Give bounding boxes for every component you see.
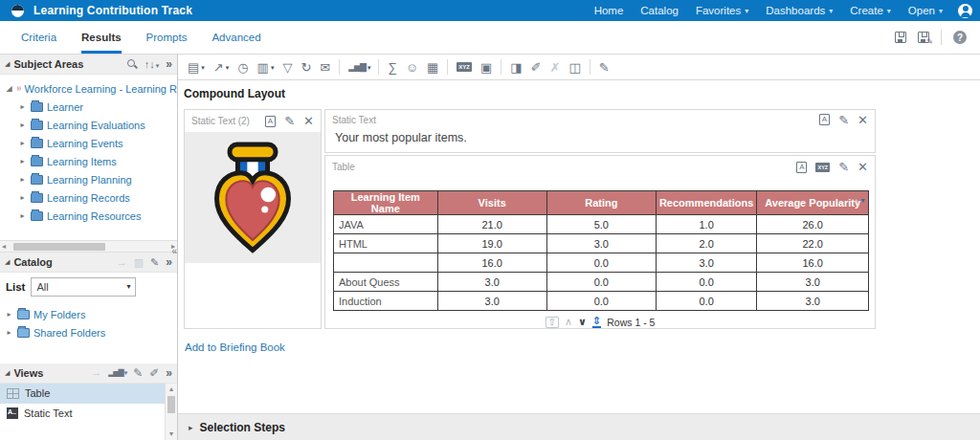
- vscroll-thumb[interactable]: [167, 396, 175, 413]
- sort-subject-area-icon[interactable]: ↑↓▾: [145, 59, 160, 70]
- edit-view-icon[interactable]: ✎: [838, 161, 849, 173]
- nav-item-favorites[interactable]: Favorites▾: [696, 5, 748, 16]
- tree-collapsed-icon[interactable]: ▸: [18, 102, 27, 111]
- scroll-left-icon[interactable]: ◂: [2, 242, 6, 251]
- print-icon[interactable]: ▤▾: [188, 61, 205, 74]
- tree-collapsed-icon[interactable]: ▸: [18, 121, 27, 129]
- subject-folder-learning-items[interactable]: ▸Learning Items: [5, 152, 177, 170]
- views-edit-icon[interactable]: ✎: [133, 367, 143, 379]
- column-header-recommendations[interactable]: Recommendations: [656, 191, 756, 215]
- sort-ascending-icon[interactable]: ▲: [853, 197, 859, 204]
- nav-item-open[interactable]: Open▾: [908, 5, 943, 16]
- catalog-collapse-icon[interactable]: ◢: [5, 258, 10, 266]
- tree-collapsed-icon[interactable]: ▸: [18, 193, 27, 202]
- view-item-static-text[interactable]: A..Static Text: [0, 404, 165, 424]
- view-properties-icon[interactable]: XYZ: [815, 163, 830, 172]
- subject-folder-learner[interactable]: ▸Learner: [5, 98, 177, 116]
- nav-item-catalog[interactable]: Catalog: [640, 5, 679, 16]
- email-icon[interactable]: ✉: [320, 61, 330, 74]
- catalog-list-select[interactable]: All ▾: [31, 277, 136, 297]
- catalog-title: Catalog: [13, 256, 52, 268]
- user-avatar-icon[interactable]: [958, 4, 972, 18]
- selection-steps-expand-icon[interactable]: ▸: [189, 423, 193, 432]
- save-as-icon[interactable]: ✎: [918, 32, 929, 43]
- tree-collapsed-icon[interactable]: ▸: [5, 310, 13, 319]
- new-calculated-measure-icon[interactable]: ∑: [388, 61, 396, 74]
- scroll-down-icon[interactable]: ▾: [169, 429, 173, 439]
- remove-view-icon[interactable]: ✕: [858, 114, 868, 126]
- nav-item-create[interactable]: Create▾: [850, 5, 891, 16]
- previous-rows-icon[interactable]: ∧: [565, 317, 572, 327]
- subject-areas-collapse-icon[interactable]: ◢: [5, 60, 10, 68]
- new-calculated-item-icon[interactable]: ▦: [427, 61, 438, 74]
- view-properties-icon[interactable]: ◫: [568, 61, 580, 74]
- expand-pane-icon[interactable]: »: [166, 57, 172, 71]
- selection-steps-bar[interactable]: ▸ Selection Steps: [178, 413, 980, 440]
- tree-expanded-icon[interactable]: ◢: [5, 84, 13, 93]
- format-view-icon[interactable]: A: [796, 162, 807, 173]
- edit-sorts-icon[interactable]: ✎: [599, 61, 610, 74]
- subject-folder-learning-evaluations[interactable]: ▸Learning Evaluations: [5, 116, 177, 134]
- add-to-briefing-book-link[interactable]: Add to Briefing Book: [185, 341, 285, 353]
- preview-icon[interactable]: ▽: [282, 61, 292, 74]
- remove-view-icon[interactable]: ✕: [858, 161, 868, 173]
- next-rows-icon[interactable]: ∨: [578, 317, 587, 327]
- show-filters-pane-icon[interactable]: ◨: [510, 61, 522, 74]
- tree-collapsed-icon[interactable]: ▸: [18, 139, 27, 147]
- catalog-folder-my-folders[interactable]: ▸My Folders: [5, 305, 177, 323]
- edit-view-icon[interactable]: ✎: [284, 115, 295, 127]
- catalog-edit-icon[interactable]: ✎: [150, 257, 159, 268]
- catalog-folder-shared-folders[interactable]: ▸Shared Folders: [5, 323, 177, 341]
- tree-collapsed-icon[interactable]: ▸: [18, 175, 27, 184]
- scroll-up-icon[interactable]: ▴: [169, 385, 173, 394]
- new-view-icon[interactable]: ▂▅▇▾: [348, 63, 369, 72]
- copy-icon[interactable]: ▥▾: [257, 61, 275, 74]
- views-collapse-icon[interactable]: ◢: [5, 369, 10, 377]
- subject-areas-hscrollbar[interactable]: ◂ ▸: [0, 240, 177, 253]
- help-icon[interactable]: ?: [953, 31, 967, 44]
- first-rows-icon[interactable]: ⇧: [546, 317, 559, 328]
- folder-icon: [17, 328, 30, 338]
- subject-area-root[interactable]: ◢ Workforce Learning - Learning R: [5, 79, 177, 98]
- views-new-view-icon[interactable]: ▂▅▇▾: [108, 369, 126, 377]
- view-item-table[interactable]: Table: [0, 384, 165, 404]
- tree-collapsed-icon[interactable]: ▸: [5, 328, 13, 337]
- column-header-visits[interactable]: Visits: [437, 191, 546, 215]
- nav-item-dashboards[interactable]: Dashboards▾: [766, 5, 833, 16]
- views-vscrollbar[interactable]: ▴ ▾: [165, 384, 177, 440]
- column-header-rating[interactable]: Rating: [546, 191, 656, 215]
- views-rename-icon[interactable]: ✐: [149, 367, 159, 379]
- column-header-average-popularity[interactable]: Average Popularity▲▼: [757, 191, 869, 215]
- import-formatting-icon[interactable]: ▣: [480, 61, 492, 74]
- tab-prompts[interactable]: Prompts: [146, 21, 188, 54]
- refresh-icon[interactable]: ↻: [301, 61, 311, 74]
- column-header-learning-item-name[interactable]: Learning Item Name: [334, 191, 438, 215]
- subject-folder-learning-events[interactable]: ▸Learning Events: [5, 134, 177, 152]
- tree-collapsed-icon[interactable]: ▸: [18, 157, 27, 165]
- views-expand-pane-icon[interactable]: »: [166, 366, 172, 380]
- nav-item-home[interactable]: Home: [594, 5, 624, 16]
- new-group-icon[interactable]: ☺: [406, 61, 418, 74]
- catalog-expand-pane-icon[interactable]: »: [166, 255, 172, 269]
- tab-advanced[interactable]: Advanced: [212, 21, 260, 54]
- save-icon[interactable]: [895, 32, 906, 43]
- rename-view-icon[interactable]: ✐: [531, 61, 542, 74]
- remove-view-icon[interactable]: ✕: [303, 115, 314, 127]
- subject-folder-learning-records[interactable]: ▸Learning Records: [5, 188, 177, 207]
- format-view-icon[interactable]: A: [265, 116, 276, 127]
- tree-collapsed-icon[interactable]: ▸: [18, 211, 27, 220]
- schedule-icon[interactable]: ◷: [237, 61, 248, 74]
- tab-criteria[interactable]: Criteria: [21, 21, 56, 54]
- tab-results[interactable]: Results: [81, 21, 122, 54]
- search-icon[interactable]: [127, 59, 138, 70]
- sort-descending-icon[interactable]: ▼: [859, 197, 866, 204]
- format-view-icon[interactable]: A: [819, 114, 830, 125]
- sidebar-collapse-handle-icon[interactable]: «: [171, 246, 176, 256]
- subject-folder-learning-planning[interactable]: ▸Learning Planning: [5, 170, 177, 188]
- edit-view-icon[interactable]: ✎: [838, 114, 849, 126]
- all-rows-icon[interactable]: ⇕: [592, 316, 601, 328]
- analysis-properties-icon[interactable]: XYZ: [457, 62, 472, 72]
- subject-folder-learning-resources[interactable]: ▸Learning Resources: [5, 207, 177, 225]
- hscroll-thumb[interactable]: [13, 243, 105, 251]
- export-icon[interactable]: ↗▾: [213, 61, 229, 74]
